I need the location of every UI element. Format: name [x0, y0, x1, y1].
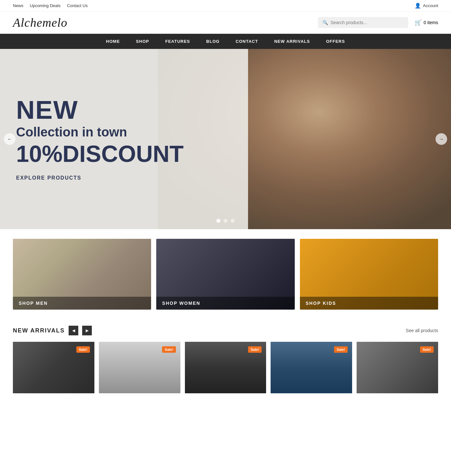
top-bar-links: News Upcoming Deals Contact Us: [13, 3, 88, 8]
header-right: 0 items: [318, 17, 438, 28]
nav-news[interactable]: News: [13, 3, 24, 8]
search-input[interactable]: [331, 20, 404, 25]
hero-dot-2[interactable]: [224, 219, 227, 223]
chevron-left-icon: ◀: [72, 328, 75, 333]
hero-slider: NEW Collection in town 10%DISCOUNT EXPLO…: [0, 49, 451, 229]
nav-contact-us[interactable]: Contact Us: [67, 3, 88, 8]
hero-content: NEW Collection in town 10%DISCOUNT EXPLO…: [16, 97, 184, 181]
hero-cta[interactable]: EXPLORE PRODUCTS: [16, 175, 184, 181]
sale-badge-4: Sale!: [334, 346, 348, 353]
hero-next-button[interactable]: →: [436, 133, 447, 145]
account-link[interactable]: Account: [415, 3, 438, 9]
cart-icon: [415, 19, 422, 26]
product-card-5[interactable]: Sale!: [357, 342, 438, 393]
top-bar: News Upcoming Deals Contact Us Account: [0, 0, 451, 12]
hero-prev-button[interactable]: ←: [4, 133, 15, 145]
category-men[interactable]: SHOP MEN: [13, 239, 151, 310]
product-card-4[interactable]: Sale!: [271, 342, 352, 393]
sale-badge-3: Sale!: [248, 346, 262, 353]
nav-blog[interactable]: BLOG: [206, 39, 220, 44]
account-label: Account: [423, 3, 438, 8]
sale-badge-1: Sale!: [76, 346, 90, 353]
sale-badge-5: Sale!: [420, 346, 434, 353]
hero-dot-1[interactable]: [216, 219, 220, 223]
arrow-left-icon: ←: [7, 136, 12, 142]
arrow-right-icon: →: [439, 136, 444, 142]
header: Alchemelo 0 items: [0, 12, 451, 34]
logo[interactable]: Alchemelo: [13, 15, 67, 30]
nav-contact[interactable]: CONTACT: [236, 39, 258, 44]
sale-badge-2: Sale!: [162, 346, 176, 353]
cart-button[interactable]: 0 items: [415, 19, 438, 26]
product-card-2[interactable]: Sale!: [99, 342, 180, 393]
category-kids[interactable]: SHOP KIDS: [300, 239, 438, 310]
search-bar[interactable]: [318, 17, 408, 28]
arrivals-prev-button[interactable]: ◀: [69, 326, 78, 335]
hero-line2: Collection in town: [16, 124, 184, 140]
account-icon: [415, 3, 421, 9]
main-nav: HOME SHOP FEATURES BLOG CONTACT NEW ARRI…: [0, 34, 451, 49]
nav-offers[interactable]: OFFERS: [326, 39, 345, 44]
arrivals-header: NEW ARRIVALS ◀ ▶ See all products: [13, 326, 438, 335]
hero-dot-3[interactable]: [231, 219, 235, 223]
product-card-3[interactable]: Sale!: [185, 342, 266, 393]
product-card-1[interactable]: Sale!: [13, 342, 94, 393]
nav-new-arrivals[interactable]: NEW ARRIVALS: [274, 39, 310, 44]
see-all-link[interactable]: See all products: [406, 328, 438, 333]
arrivals-next-button[interactable]: ▶: [82, 326, 92, 335]
category-kids-label: SHOP KIDS: [300, 297, 438, 310]
arrivals-title-area: NEW ARRIVALS ◀ ▶: [13, 326, 92, 335]
products-row: Sale! Sale! Sale! Sale! Sale!: [13, 342, 438, 393]
search-icon: [322, 20, 328, 25]
category-cards: SHOP MEN SHOP WOMEN SHOP KIDS: [0, 229, 451, 319]
nav-shop[interactable]: SHOP: [136, 39, 149, 44]
chevron-right-icon: ▶: [86, 328, 89, 333]
nav-home[interactable]: HOME: [106, 39, 120, 44]
hero-line3: 10%DISCOUNT: [16, 142, 184, 165]
nav-features[interactable]: FEATURES: [165, 39, 190, 44]
category-men-label: SHOP MEN: [13, 297, 151, 310]
cart-count: 0 items: [424, 20, 438, 25]
arrivals-title: NEW ARRIVALS: [13, 327, 65, 334]
nav-upcoming-deals[interactable]: Upcoming Deals: [30, 3, 61, 8]
hero-dots: [216, 219, 235, 223]
category-women[interactable]: SHOP WOMEN: [156, 239, 294, 310]
category-women-label: SHOP WOMEN: [156, 297, 294, 310]
hero-line1: NEW: [16, 97, 184, 123]
new-arrivals-section: NEW ARRIVALS ◀ ▶ See all products Sale! …: [0, 319, 451, 397]
